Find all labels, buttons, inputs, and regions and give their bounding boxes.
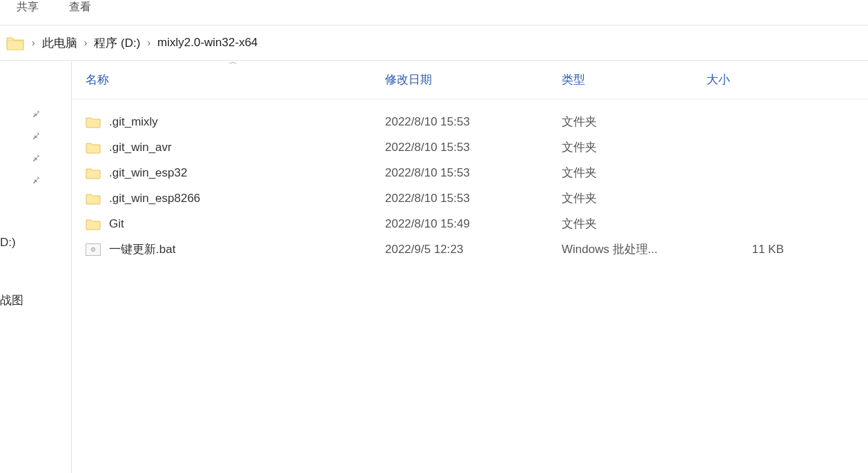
breadcrumb-pc[interactable]: 此电脑 <box>42 35 77 51</box>
file-row[interactable]: .git_win_avr2022/8/10 15:53文件夹 <box>72 134 868 160</box>
file-row[interactable]: .git_win_esp322022/8/10 15:53文件夹 <box>72 160 868 185</box>
file-date: 2022/8/10 15:53 <box>385 141 562 154</box>
file-row[interactable]: Git2022/8/10 15:49文件夹 <box>72 211 868 236</box>
file-list: .git_mixly2022/8/10 15:53文件夹.git_win_avr… <box>72 99 868 262</box>
file-type: 文件夹 <box>562 165 707 181</box>
batch-file-icon: ⚙ <box>86 243 101 256</box>
file-row[interactable]: .git_mixly2022/8/10 15:53文件夹 <box>72 109 868 134</box>
breadcrumb-folder[interactable]: mixly2.0-win32-x64 <box>157 36 258 50</box>
file-name: .git_win_esp32 <box>109 166 187 180</box>
ribbon-tab-share[interactable]: 共享 <box>17 0 39 14</box>
breadcrumb-drive[interactable]: 程序 (D:) <box>94 35 140 51</box>
folder-icon <box>86 116 101 128</box>
column-header-name[interactable]: 名称 <box>72 72 385 88</box>
sidebar-drive-label[interactable]: D:) <box>0 236 16 250</box>
column-header-size[interactable]: 大小 <box>707 72 803 88</box>
file-type: 文件夹 <box>562 216 707 232</box>
chevron-right-icon[interactable]: › <box>25 37 42 48</box>
ribbon-tabs: 共享 查看 <box>0 0 868 18</box>
file-row[interactable]: ⚙一键更新.bat2022/9/5 12:23Windows 批处理...11 … <box>72 236 868 262</box>
file-date: 2022/8/10 15:49 <box>385 217 562 231</box>
file-type: 文件夹 <box>562 139 707 155</box>
file-name: .git_win_avr <box>109 141 172 154</box>
file-list-panel: ︿ 名称 修改日期 类型 大小 .git_mixly2022/8/10 15:5… <box>72 61 868 473</box>
ribbon-tab-view[interactable]: 查看 <box>69 0 91 14</box>
folder-icon <box>86 141 101 154</box>
folder-icon <box>86 192 101 205</box>
folder-icon <box>86 167 101 179</box>
file-type: Windows 批处理... <box>562 241 707 257</box>
file-date: 2022/8/10 15:53 <box>385 166 562 180</box>
column-headers: ︿ 名称 修改日期 类型 大小 <box>72 61 868 99</box>
address-bar[interactable]: › 此电脑 › 程序 (D:) › mixly2.0-win32-x64 <box>0 25 868 61</box>
file-name: .git_mixly <box>109 115 158 129</box>
pin-icon[interactable] <box>31 131 41 143</box>
sort-indicator-icon: ︿ <box>229 56 237 68</box>
file-name: 一键更新.bat <box>109 241 175 257</box>
file-date: 2022/8/10 15:53 <box>385 115 562 129</box>
chevron-right-icon[interactable]: › <box>77 37 95 48</box>
sidebar-view-label[interactable]: 战图 <box>0 292 23 308</box>
file-date: 2022/8/10 15:53 <box>385 192 562 205</box>
file-size: 11 KB <box>707 243 803 256</box>
column-header-date[interactable]: 修改日期 <box>385 72 562 88</box>
file-row[interactable]: .git_win_esp82662022/8/10 15:53文件夹 <box>72 185 868 211</box>
pin-icon[interactable] <box>31 175 41 188</box>
column-header-type[interactable]: 类型 <box>562 72 707 88</box>
file-type: 文件夹 <box>562 114 707 130</box>
chevron-right-icon[interactable]: › <box>140 37 157 48</box>
file-name: .git_win_esp8266 <box>109 192 200 205</box>
navigation-sidebar: D:) 战图 <box>0 61 72 473</box>
file-date: 2022/9/5 12:23 <box>385 243 562 256</box>
file-name: Git <box>109 217 124 231</box>
pin-icon[interactable] <box>31 153 41 165</box>
folder-icon <box>86 218 101 230</box>
folder-icon <box>6 34 25 51</box>
pin-icon[interactable] <box>31 109 41 121</box>
file-type: 文件夹 <box>562 190 707 206</box>
